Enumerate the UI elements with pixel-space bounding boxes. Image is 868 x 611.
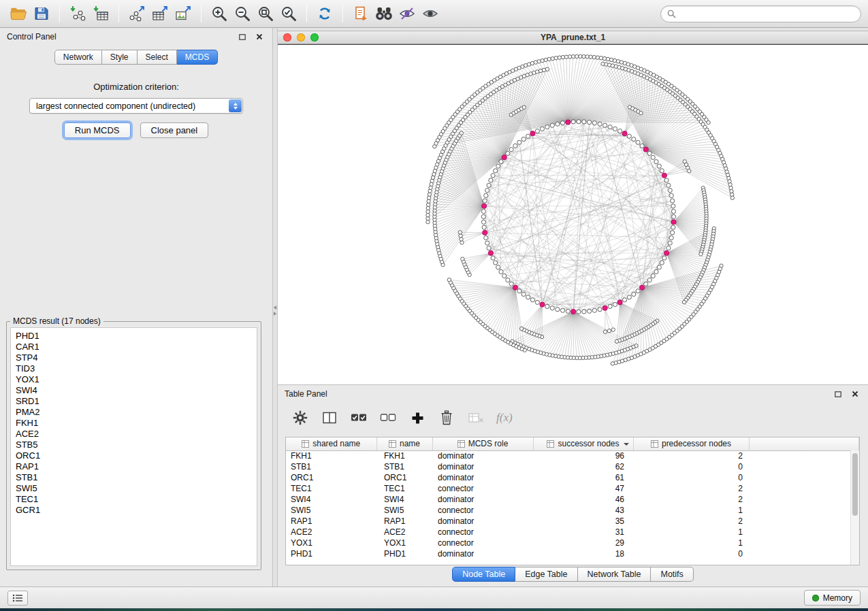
mcds-result-item[interactable]: SWI5 — [16, 483, 252, 494]
search-input[interactable] — [680, 9, 854, 18]
shared-name-cell: ORC1 — [286, 472, 376, 483]
mcds-result-item[interactable]: TEC1 — [16, 494, 252, 505]
mcds-result-item[interactable]: PMA2 — [16, 407, 252, 418]
scrollbar-thumb[interactable] — [852, 453, 858, 516]
tab-edge-table[interactable]: Edge Table — [515, 567, 577, 582]
table-row[interactable]: YOX1YOX1connector291 — [286, 538, 859, 548]
criterion-dropdown[interactable]: largest connected component (undirected) — [29, 98, 243, 114]
window-close-button[interactable] — [283, 33, 291, 42]
column-header-predecessor-nodes[interactable]: predecessor nodes — [633, 437, 749, 450]
delete-row-button[interactable] — [438, 409, 455, 427]
column-header-mcds-role[interactable]: MCDS role — [432, 437, 533, 450]
shared-name-cell: ACE2 — [286, 527, 376, 538]
table-row[interactable]: ORC1ORC1dominator610 — [286, 472, 859, 483]
tab-network-table[interactable]: Network Table — [578, 567, 652, 582]
mcds-result-item[interactable]: YOX1 — [16, 374, 252, 385]
sort-icon — [389, 440, 396, 448]
panel-list-button[interactable] — [7, 591, 28, 606]
float-control-panel-button[interactable] — [236, 31, 248, 42]
hide-details-button[interactable] — [396, 2, 419, 25]
select-all-button[interactable] — [350, 409, 368, 427]
mcds-result-item[interactable]: SWI4 — [16, 385, 252, 396]
mcds-result-item[interactable]: PHD1 — [16, 331, 252, 342]
zoom-out-button[interactable] — [231, 2, 254, 25]
criterion-dropdown-value: largest connected component (undirected) — [36, 101, 195, 111]
table-row[interactable]: RAP1RAP1dominator352 — [286, 516, 859, 527]
fx-icon: f(x) — [496, 411, 513, 425]
search-network-button[interactable] — [372, 2, 396, 25]
tab-select[interactable]: Select — [138, 50, 177, 65]
mcds-result-item[interactable]: STP4 — [16, 352, 252, 363]
successors-cell: 62 — [533, 461, 633, 472]
filler-cell — [749, 483, 859, 494]
mcds-result-item[interactable]: SRD1 — [16, 396, 252, 407]
refresh-layout-button[interactable] — [313, 2, 336, 25]
close-table-panel-button[interactable] — [849, 389, 861, 399]
open-session-button[interactable] — [7, 2, 30, 25]
table-row[interactable]: PHD1PHD1dominator180 — [286, 548, 859, 559]
zoom-selected-button[interactable] — [277, 2, 300, 25]
deselect-all-button[interactable] — [379, 409, 397, 427]
mcds-result-item[interactable]: ORC1 — [16, 450, 252, 461]
window-zoom-button[interactable] — [310, 33, 319, 42]
tab-style[interactable]: Style — [102, 50, 138, 65]
tab-network[interactable]: Network — [54, 50, 102, 65]
shared-name-cell: STB1 — [286, 461, 376, 472]
float-table-panel-button[interactable] — [832, 389, 844, 399]
add-row-button[interactable] — [408, 409, 426, 427]
export-table-button[interactable] — [148, 2, 172, 25]
table-row[interactable]: TEC1TEC1connector472 — [286, 483, 859, 494]
table-scrollbar[interactable] — [850, 450, 859, 565]
table-row[interactable]: SWI4SWI4dominator462 — [286, 494, 859, 505]
close-icon — [256, 33, 263, 40]
function-builder-button[interactable]: f(x) — [496, 409, 513, 427]
save-icon — [33, 5, 50, 22]
zoom-fit-button[interactable] — [254, 2, 277, 25]
column-header-shared-name[interactable]: shared name — [286, 437, 376, 450]
export-network-button[interactable] — [125, 2, 148, 25]
window-minimize-button[interactable] — [297, 33, 305, 42]
panel-splitter[interactable] — [272, 28, 278, 587]
mcds-result-item[interactable]: STB1 — [16, 472, 252, 483]
table-settings-button[interactable] — [291, 409, 309, 427]
network-title-bar: YPA_prune.txt_1 — [278, 31, 868, 44]
tab-motifs[interactable]: Motifs — [651, 567, 693, 582]
memory-button[interactable]: Memory — [804, 590, 861, 606]
refresh-icon — [316, 5, 334, 22]
import-table-button[interactable] — [89, 2, 112, 25]
run-mcds-button[interactable]: Run MCDS — [64, 122, 131, 138]
mcds-result-item[interactable]: GCR1 — [16, 505, 252, 516]
export-document-button[interactable] — [349, 2, 372, 25]
mcds-result-list[interactable]: PHD1CAR1STP4TID3YOX1SWI4SRD1PMA2FKH1ACE2… — [10, 327, 257, 566]
table-row[interactable]: SWI5SWI5connector431 — [286, 505, 859, 516]
split-view-button[interactable] — [321, 409, 338, 427]
column-header-successor-nodes[interactable]: successor nodes — [533, 437, 633, 450]
mcds-result-item[interactable]: ACE2 — [16, 429, 252, 440]
filler-cell — [749, 450, 859, 461]
mcds-result-item[interactable]: STB5 — [16, 440, 252, 450]
sort-icon — [547, 440, 554, 448]
table-row[interactable]: ACE2ACE2connector311 — [286, 527, 859, 538]
close-control-panel-button[interactable] — [253, 31, 266, 42]
delete-table-button[interactable] — [467, 409, 485, 427]
tab-node-table[interactable]: Node Table — [452, 567, 515, 582]
column-header-name[interactable]: name — [376, 437, 432, 450]
mcds-result-item[interactable]: FKH1 — [16, 418, 252, 429]
close-panel-button[interactable]: Close panel — [140, 122, 209, 138]
tab-mcds[interactable]: MCDS — [177, 50, 218, 65]
table-row[interactable]: FKH1FKH1dominator962 — [286, 450, 859, 461]
successors-cell: 31 — [533, 527, 633, 538]
import-network-button[interactable] — [66, 2, 89, 25]
mcds-result-item[interactable]: CAR1 — [16, 342, 252, 352]
sort-icon — [302, 440, 309, 448]
mcds-result-item[interactable]: RAP1 — [16, 461, 252, 472]
show-details-button[interactable] — [419, 2, 442, 25]
shared-name-cell: SWI4 — [286, 494, 376, 505]
zoom-in-button[interactable] — [208, 2, 231, 25]
save-session-button[interactable] — [30, 2, 53, 25]
folder-icon — [10, 5, 27, 22]
table-row[interactable]: STB1STB1dominator620 — [286, 461, 859, 472]
export-image-button[interactable] — [172, 2, 195, 25]
network-canvas[interactable] — [278, 44, 868, 384]
mcds-result-item[interactable]: TID3 — [16, 363, 252, 374]
